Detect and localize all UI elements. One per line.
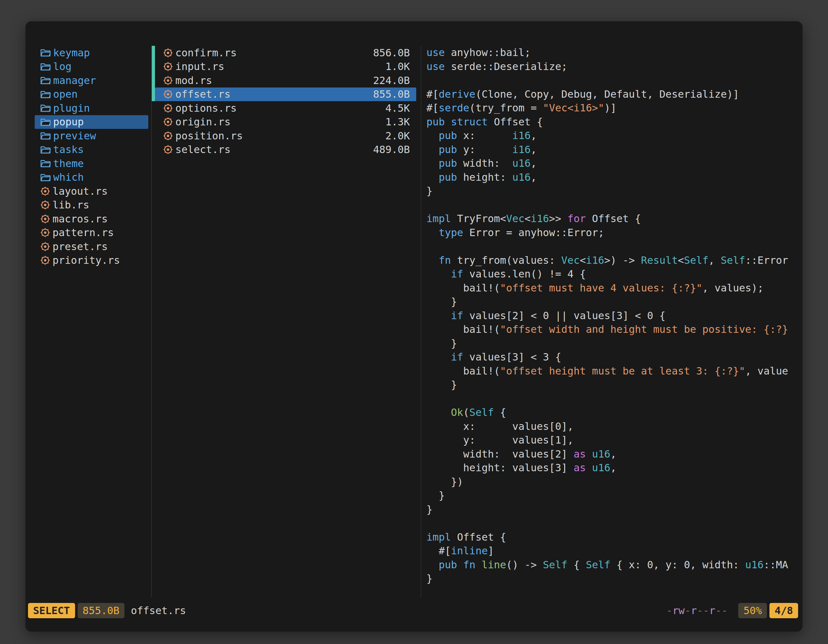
dir-item-keymap[interactable]: keymap xyxy=(34,46,148,60)
folder-icon xyxy=(41,90,50,99)
dir-item-manager[interactable]: manager xyxy=(34,74,148,88)
code-token: i16 xyxy=(531,213,549,225)
status-bar: SELECT 855.0B offset.rs -rw-r--r-- 50% 4… xyxy=(28,603,798,618)
perm-char: - xyxy=(715,605,721,617)
code-token: derive xyxy=(439,88,476,100)
code-token: } xyxy=(427,185,433,197)
code-line: #[serde(try_from = "Vec<i16>")] xyxy=(427,101,803,115)
item-label: which xyxy=(53,171,84,183)
code-token: #[ xyxy=(427,545,451,557)
code-token: use xyxy=(427,47,451,58)
code-token: } xyxy=(427,379,457,391)
code-token: , xyxy=(610,448,616,460)
file-size: 4.5K xyxy=(385,102,410,114)
perm-char: w xyxy=(679,605,684,617)
item-label: manager xyxy=(53,74,96,86)
code-token: Offset { xyxy=(586,213,641,225)
perm-char: - xyxy=(666,605,673,617)
code-token: () -> xyxy=(506,559,543,571)
dir-item-log[interactable]: log xyxy=(34,60,148,74)
code-token: Error = anyhow::Error; xyxy=(469,227,604,239)
code-token: as xyxy=(574,462,592,474)
file-item-preset.rs[interactable]: preset.rs xyxy=(34,240,148,254)
dir-item-popup[interactable]: popup xyxy=(34,115,148,129)
file-row-input.rs[interactable]: input.rs1.0K xyxy=(152,60,421,74)
code-token: } xyxy=(427,503,433,516)
rust-file-icon xyxy=(41,186,50,196)
file-size: 2.0K xyxy=(385,130,410,142)
file-item-lib.rs[interactable]: lib.rs xyxy=(34,198,148,212)
parent-pane[interactable]: keymaplogmanageropenpluginpopuppreviewta… xyxy=(25,46,151,597)
code-token: use xyxy=(427,60,451,72)
code-token: >) -> xyxy=(604,254,641,266)
file-row-confirm.rs[interactable]: confirm.rs856.0B xyxy=(152,46,421,60)
folder-icon xyxy=(41,118,50,126)
file-row-select.rs[interactable]: select.rs489.0B xyxy=(152,143,421,157)
code-line: } xyxy=(427,295,803,309)
dir-item-preview[interactable]: preview xyxy=(34,129,148,143)
rust-file-icon xyxy=(41,242,50,251)
file-name: input.rs xyxy=(175,60,224,72)
status-filename: offset.rs xyxy=(131,605,186,617)
rust-file-icon xyxy=(41,228,50,237)
file-row-content: select.rs489.0B xyxy=(155,143,416,157)
folder-icon xyxy=(41,49,50,57)
code-line: } xyxy=(427,184,803,198)
file-row-position.rs[interactable]: position.rs2.0K xyxy=(152,129,421,143)
code-token xyxy=(427,351,451,363)
file-row-offset.rs[interactable]: offset.rs855.0B xyxy=(152,88,421,102)
item-label: layout.rs xyxy=(52,185,108,197)
file-row-content: mod.rs224.0B xyxy=(155,74,416,88)
item-label: log xyxy=(53,60,72,72)
item-label: open xyxy=(53,88,78,100)
preview-pane[interactable]: use anyhow::bail;use serde::Deserialize;… xyxy=(421,46,803,597)
code-token: if xyxy=(451,268,469,280)
file-item-pattern.rs[interactable]: pattern.rs xyxy=(34,226,148,240)
code-token: Self xyxy=(543,559,568,571)
code-token: if xyxy=(451,310,469,322)
code-line: if values.len() != 4 { xyxy=(427,267,803,281)
code-token: values[2] < 0 || values[3] < 0 { xyxy=(469,310,666,322)
file-row-origin.rs[interactable]: origin.rs1.3K xyxy=(152,115,421,129)
file-row-mod.rs[interactable]: mod.rs224.0B xyxy=(152,74,421,88)
current-pane[interactable]: confirm.rs856.0Binput.rs1.0Kmod.rs224.0B… xyxy=(152,46,421,597)
code-token: } xyxy=(427,296,457,308)
item-label: lib.rs xyxy=(52,199,89,211)
code-token: pub xyxy=(439,171,463,183)
dir-item-which[interactable]: which xyxy=(34,171,148,185)
code-line xyxy=(427,392,803,406)
code-token: , xyxy=(708,254,721,266)
code-token: u16 xyxy=(592,462,610,474)
rust-file-icon xyxy=(163,89,173,99)
code-line: #[derive(Clone, Copy, Debug, Default, De… xyxy=(427,88,803,102)
perm-char: - xyxy=(721,605,728,617)
code-line: use serde::Deserialize; xyxy=(427,60,803,74)
file-item-priority.rs[interactable]: priority.rs xyxy=(34,254,148,268)
folder-icon xyxy=(41,132,50,140)
file-item-layout.rs[interactable]: layout.rs xyxy=(34,184,148,198)
file-row-options.rs[interactable]: options.rs4.5K xyxy=(152,101,421,115)
dir-item-plugin[interactable]: plugin xyxy=(34,101,148,115)
file-row-content: position.rs2.0K xyxy=(155,129,416,143)
code-token: bail!( xyxy=(427,282,500,294)
dir-item-theme[interactable]: theme xyxy=(34,157,148,171)
file-size: 856.0B xyxy=(373,47,410,59)
code-token: < xyxy=(524,213,530,225)
code-token: ::MA xyxy=(764,559,788,571)
rust-file-icon xyxy=(163,103,173,113)
code-token: type xyxy=(439,227,469,239)
code-line: } xyxy=(427,337,803,351)
code-token: ::Error xyxy=(745,254,788,266)
perm-char: - xyxy=(685,605,691,617)
code-token: Vec xyxy=(561,254,580,266)
position-badge: 4/8 xyxy=(770,603,798,618)
file-row-content: input.rs1.0K xyxy=(155,60,416,74)
dir-item-open[interactable]: open xyxy=(34,88,148,102)
code-line: x: values[0], xyxy=(427,420,803,434)
code-token: , xyxy=(531,157,537,169)
code-token: #[ xyxy=(427,102,439,114)
file-item-macros.rs[interactable]: macros.rs xyxy=(34,212,148,226)
dir-item-tasks[interactable]: tasks xyxy=(34,143,148,157)
code-token: x: values[0], xyxy=(427,420,574,432)
file-manager-window: keymaplogmanageropenpluginpopuppreviewta… xyxy=(25,21,803,631)
